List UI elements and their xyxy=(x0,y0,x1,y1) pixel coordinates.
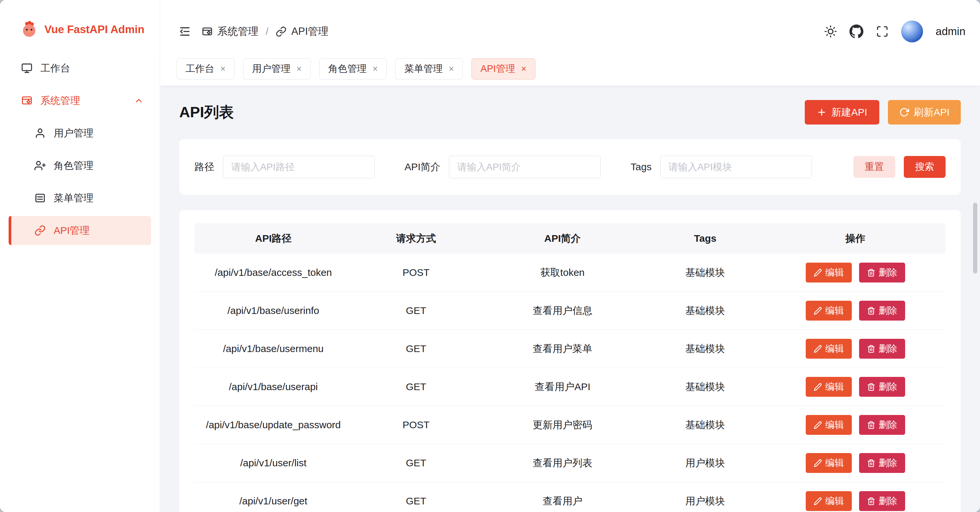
sidebar-item-user-management[interactable]: 用户管理 xyxy=(9,119,151,148)
cell-tags: 基础模块 xyxy=(645,304,765,318)
cell-tags: 基础模块 xyxy=(645,342,765,356)
tab-label: 用户管理 xyxy=(252,62,291,76)
app-window: Vue FastAPI Admin 工作台 系统管理 xyxy=(0,0,980,512)
cell-tags: 用户模块 xyxy=(645,495,765,508)
refresh-api-button[interactable]: 刷新API xyxy=(888,100,961,124)
cell-api-path: /api/v1/base/usermenu xyxy=(194,343,352,355)
delete-button[interactable]: 删除 xyxy=(859,339,905,359)
api-table-body: /api/v1/base/access_token POST 获取token 基… xyxy=(194,254,945,512)
api-link-icon xyxy=(276,26,286,37)
edit-label: 编辑 xyxy=(825,380,844,393)
tab-close-icon[interactable]: × xyxy=(373,65,378,73)
delete-button[interactable]: 删除 xyxy=(859,491,905,511)
row-actions: 编辑 删除 xyxy=(765,491,945,511)
trash-icon xyxy=(867,383,875,391)
sidebar-item-role-management[interactable]: 角色管理 xyxy=(9,151,151,180)
edit-pencil-icon xyxy=(814,459,822,467)
create-api-button[interactable]: 新建API xyxy=(805,100,879,124)
sidebar: Vue FastAPI Admin 工作台 系统管理 xyxy=(0,0,160,512)
tab-api-management[interactable]: API管理 × xyxy=(471,58,535,80)
sidebar-item-workbench[interactable]: 工作台 xyxy=(9,54,151,83)
cell-summary: 更新用户密码 xyxy=(480,418,645,432)
edit-pencil-icon xyxy=(814,269,822,277)
delete-button[interactable]: 删除 xyxy=(859,377,905,397)
theme-toggle-button[interactable] xyxy=(824,25,837,38)
delete-button[interactable]: 删除 xyxy=(859,301,905,321)
cell-summary: 查看用户API xyxy=(480,380,645,394)
edit-button[interactable]: 编辑 xyxy=(806,262,852,283)
tab-role-management[interactable]: 角色管理 × xyxy=(320,58,387,80)
tab-user-management[interactable]: 用户管理 × xyxy=(243,58,311,80)
tab-close-icon[interactable]: × xyxy=(296,65,302,73)
tab-workbench[interactable]: 工作台 × xyxy=(177,58,235,80)
tab-close-icon[interactable]: × xyxy=(449,65,454,73)
delete-label: 删除 xyxy=(879,266,897,279)
breadcrumb-item-api[interactable]: API管理 xyxy=(291,24,328,38)
monitor-icon xyxy=(21,63,32,74)
user-avatar[interactable] xyxy=(901,21,923,42)
table-header-row: API路径 请求方式 API简介 Tags 操作 xyxy=(194,223,945,254)
sidebar-item-menu-management[interactable]: 菜单管理 xyxy=(9,183,151,213)
delete-label: 删除 xyxy=(879,380,897,393)
scrollbar-thumb[interactable] xyxy=(973,203,977,273)
edit-button[interactable]: 编辑 xyxy=(806,339,852,359)
edit-pencil-icon xyxy=(814,497,822,506)
cell-tags: 用户模块 xyxy=(645,456,765,470)
table-row: /api/v1/base/userapi GET 查看用户API 基础模块 编辑 xyxy=(194,368,945,406)
column-header-tags: Tags xyxy=(645,233,765,244)
edit-label: 编辑 xyxy=(825,266,844,279)
fullscreen-button[interactable] xyxy=(876,25,889,38)
breadcrumb-item-system[interactable]: 系统管理 xyxy=(217,24,258,38)
edit-button[interactable]: 编辑 xyxy=(806,377,852,397)
cell-method: GET xyxy=(352,343,480,355)
edit-button[interactable]: 编辑 xyxy=(806,491,852,511)
sidebar-item-label: 菜单管理 xyxy=(54,191,94,205)
edit-label: 编辑 xyxy=(825,304,844,317)
tab-label: 角色管理 xyxy=(328,62,367,76)
delete-button[interactable]: 删除 xyxy=(859,262,905,283)
trash-icon xyxy=(867,497,875,506)
reset-button[interactable]: 重置 xyxy=(853,156,895,178)
path-filter-input[interactable] xyxy=(223,156,375,178)
chevron-up-icon xyxy=(134,96,144,106)
sidebar-item-api-management[interactable]: API管理 xyxy=(9,216,151,245)
edit-button[interactable]: 编辑 xyxy=(806,453,852,473)
search-button[interactable]: 搜索 xyxy=(904,156,945,178)
tab-label: 菜单管理 xyxy=(404,62,442,76)
brand[interactable]: Vue FastAPI Admin xyxy=(0,0,160,50)
page-title: API列表 xyxy=(179,102,234,122)
row-actions: 编辑 删除 xyxy=(765,453,945,473)
edit-label: 编辑 xyxy=(825,495,844,507)
sidebar-collapse-button[interactable] xyxy=(178,25,191,38)
edit-button[interactable]: 编辑 xyxy=(806,415,852,435)
tab-close-icon[interactable]: × xyxy=(521,65,527,73)
cell-summary: 查看用户菜单 xyxy=(480,342,645,356)
delete-button[interactable]: 删除 xyxy=(859,415,905,435)
cell-api-path: /api/v1/user/get xyxy=(194,495,352,507)
summary-filter-input[interactable] xyxy=(449,156,601,178)
cell-api-path: /api/v1/base/access_token xyxy=(194,267,352,278)
summary-filter-label: API简介 xyxy=(404,160,440,174)
delete-label: 删除 xyxy=(879,457,897,469)
tab-menu-management[interactable]: 菜单管理 × xyxy=(395,58,463,80)
trash-icon xyxy=(867,459,875,467)
system-gear-icon xyxy=(21,95,32,106)
trash-icon xyxy=(867,307,875,315)
sidebar-item-label: API管理 xyxy=(54,224,89,237)
main-area: 系统管理 / API管理 xyxy=(160,0,980,512)
cell-tags: 基础模块 xyxy=(645,266,765,280)
delete-button[interactable]: 删除 xyxy=(859,453,905,473)
sidebar-item-label: 用户管理 xyxy=(54,127,94,140)
username-label: admin xyxy=(935,25,966,38)
delete-label: 删除 xyxy=(879,342,897,355)
cell-summary: 查看用户 xyxy=(480,495,645,508)
cell-method: GET xyxy=(352,381,480,393)
tab-close-icon[interactable]: × xyxy=(220,65,226,73)
edit-button[interactable]: 编辑 xyxy=(806,301,852,321)
sidebar-item-system-management[interactable]: 系统管理 xyxy=(9,86,151,115)
cell-api-path: /api/v1/base/userinfo xyxy=(194,305,352,316)
tags-filter-input[interactable] xyxy=(660,156,812,178)
delete-label: 删除 xyxy=(879,418,897,431)
github-link-button[interactable] xyxy=(850,24,863,38)
cell-summary: 查看用户列表 xyxy=(480,456,645,470)
